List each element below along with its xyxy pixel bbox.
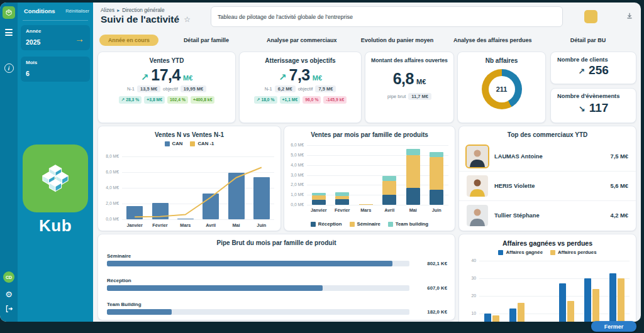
stack-avril[interactable] [382,181,396,195]
gear-icon[interactable]: ⚙ [5,290,13,298]
fermer-button[interactable]: Fermer [591,321,636,332]
commercial-photo [467,175,488,197]
kpi-nombre-clients: Nombre de clients ↗ 256 [550,52,636,84]
pipe-bar-track [107,309,409,315]
pipe-rows: Séminaire802,1 K€Réception607,0 K€Team B… [107,253,447,315]
bar-affaires-perdues[interactable] [618,278,625,322]
stack-avril[interactable] [382,176,396,181]
stack-juin[interactable] [430,152,443,157]
nb-affaires-donut[interactable]: 211 [482,69,522,109]
tab-analyse-par-commerciaux[interactable]: Analyse par commerciaux [254,37,350,43]
arrow-right-icon: → [75,33,84,44]
pipe-bar[interactable] [107,261,392,266]
gridline [479,278,630,279]
gridline [122,204,274,204]
filter-year[interactable]: Année 2025 → [21,25,90,50]
bar-affaires-perdues[interactable] [592,289,599,322]
tab-detail-par-bu[interactable]: Détail par BU [540,37,636,43]
bar-affaires-perdues[interactable] [518,303,525,322]
stack-juin[interactable] [430,190,443,205]
commercial-row[interactable]: HERIS Violette5,6 M€ [459,171,636,200]
bar-affaires-gagnée[interactable] [584,278,591,322]
legend-swatch-icon [498,250,503,255]
legend-swatch-icon [311,222,316,227]
stack-mai[interactable] [406,155,420,188]
tab-detail-par-famille[interactable]: Détail par famille [158,37,254,43]
favorite-star-icon[interactable]: ☆ [184,15,191,24]
filter-month[interactable]: Mois 6 [21,57,90,82]
kpi-badge: +3,8 M€ [144,96,165,104]
bar-affaires-perdues[interactable] [492,315,499,322]
x-axis-label: Juin [257,222,266,228]
stack-janvier[interactable] [312,195,326,200]
dashboard-description[interactable]: Tableau de pilotage de l'activité global… [211,6,563,27]
logout-icon[interactable] [5,305,13,313]
breadcrumb-app[interactable]: Alizes [101,7,114,13]
y-axis-label: 5,0 M€ [288,153,304,157]
n1-value: 13,5 M€ [137,85,160,92]
tab-evolution-du-panier-moyen[interactable]: Evolution du panier moyen [350,37,445,43]
objectif-value: 19,95 M€ [180,85,206,92]
x-axis-label: Janvier [311,207,327,213]
stack-janvier[interactable] [312,193,326,195]
bar-avril[interactable] [203,194,219,219]
bar-février[interactable] [152,203,169,219]
commercial-value: 7,5 M€ [611,153,628,160]
bar-juin[interactable] [253,177,270,220]
stack-juin[interactable] [430,157,443,190]
bar-mai[interactable] [228,173,245,219]
gridline [307,155,448,156]
yellow-action-button[interactable] [584,10,597,23]
stack-mai[interactable] [406,149,420,155]
bar-affaires-gagnée[interactable] [559,283,566,322]
kpi-unit: M€ [416,78,426,85]
legend-item: Réception [311,221,342,227]
x-axis-label: Mars [180,222,191,228]
kub-mini-logo-icon [3,6,15,19]
bar-affaires-perdues[interactable] [567,301,574,322]
legend-swatch-icon [165,141,170,146]
stack-février[interactable] [335,199,349,205]
pipe-bar[interactable] [107,285,323,291]
kpi-badge: -145,9 k€ [323,96,347,104]
y-axis-label: 0,0 M€ [288,202,304,207]
kpi-sub-row: N-1 6,2 M€ objectif 7,5 M€ [240,85,361,92]
x-axis-label: Janvier [126,222,143,228]
user-avatar[interactable]: CD [3,271,14,283]
legend-swatch-icon [388,222,393,227]
info-icon[interactable]: i [4,63,14,73]
clients-trend-icon: ↗ [578,67,585,76]
n1-label: N-1 [265,86,272,92]
kpi-value: 17,4 [151,66,180,84]
tab-analyse-des-affaires-perdues[interactable]: Analyse des affaires perdues [445,37,540,43]
page-title: Suivi de l'activité [101,14,179,25]
pipe-bar[interactable] [107,309,172,315]
bar-mars[interactable] [177,219,194,219]
stack-janvier[interactable] [312,200,326,205]
legend-swatch-icon [550,250,555,255]
bar-affaires-gagnée[interactable] [484,314,491,322]
stack-avril[interactable] [382,195,396,205]
reset-filters-button[interactable]: Réinitialiser [65,8,89,14]
kpi-title: Montant des affaires ouvertes [365,57,453,63]
hamburger-menu-icon[interactable] [5,29,13,36]
download-icon[interactable] [623,9,636,23]
stack-février[interactable] [335,196,349,199]
commercial-row[interactable]: LAUMAS Antoine7,5 M€ [459,142,636,171]
stack-mai[interactable] [406,188,420,205]
divider [23,20,88,21]
ventes-trend-icon: ↗ [141,72,149,83]
kpi-ventes-ytd: Ventes YTD ↗ 17,4 M€ N-1 13,5 M€ objecti… [97,52,236,123]
stack-février[interactable] [335,192,349,196]
gridline [307,165,448,166]
tab-annee-en-cours[interactable]: Année en cours [99,35,158,46]
bar-affaires-gagnée[interactable] [509,308,516,322]
bar-affaires-gagnée[interactable] [609,273,616,322]
bar-janvier[interactable] [126,206,143,219]
commercial-row[interactable]: Tullier Stéphane4,2 M€ [459,200,636,230]
stack-mars[interactable] [359,204,373,205]
gridline [122,172,274,173]
pipe-category-label: Séminaire [107,253,447,259]
kub-logo-icon [23,145,88,212]
x-axis-label: Mai [232,222,240,228]
